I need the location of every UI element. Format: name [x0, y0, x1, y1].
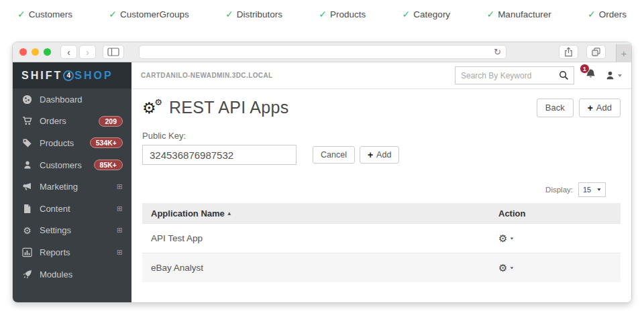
check-icon: ✓ [402, 9, 411, 19]
share-icon [564, 47, 573, 57]
count-badge: 85K+ [94, 160, 123, 170]
gears-icon: ⚙ [21, 226, 33, 235]
check-icon: ✓ [17, 9, 25, 19]
gear-icon: ⚙ [498, 263, 507, 273]
chevron-down-icon [597, 188, 600, 190]
chevron-down-icon [618, 74, 622, 77]
admin-header: CARTDANILO-NEWADMIN.3DC.LOCAL 1 [131, 62, 631, 89]
sidebar-item-customers[interactable]: Customers 85K+ [13, 154, 131, 176]
expand-icon: ⊞ [117, 226, 123, 235]
sidebar-item-products[interactable]: Products 534K+ [13, 132, 131, 154]
sidebar-item-dashboard[interactable]: Dashboard [13, 88, 131, 111]
test-status-bar: ✓ Customers ✓ CustomerGroups ✓ Distribut… [0, 0, 644, 28]
minimize-window-button[interactable] [32, 48, 39, 56]
search-icon [559, 70, 569, 80]
check-item-category: ✓ Category [402, 9, 451, 19]
address-bar[interactable]: ↻ [139, 45, 506, 59]
sidebar-item-content[interactable]: Content ⊞ [13, 198, 131, 220]
table-header: Application Name ▲ Action [142, 203, 621, 223]
public-key-buttons: Cancel +Add [313, 146, 399, 164]
search-button[interactable] [553, 67, 574, 84]
refresh-icon[interactable]: ↻ [494, 48, 501, 56]
check-item-products: ✓ Products [319, 9, 366, 19]
check-item-label: Distributors [237, 9, 282, 19]
logo-text-shift: SHIFT [21, 70, 62, 82]
breadcrumb: CARTDANILO-NEWADMIN.3DC.LOCAL [141, 72, 273, 79]
add-key-button[interactable]: +Add [360, 146, 399, 164]
table-row: eBay Analyst ⚙ [142, 253, 621, 282]
page-actions: Back +Add [537, 99, 621, 117]
page-size-select[interactable]: 15 [578, 182, 606, 197]
user-menu-button[interactable] [605, 70, 622, 80]
tags-icon [21, 138, 33, 148]
user-account-icon [605, 70, 615, 80]
browser-chrome: ‹ › ↻ + [13, 42, 631, 62]
check-item-label: Category [413, 9, 450, 19]
sidebar-item-label: Products [40, 138, 74, 148]
column-header-application-name[interactable]: Application Name ▲ [151, 208, 498, 219]
header-actions: 1 [455, 66, 622, 84]
expand-icon: ⊞ [117, 204, 123, 213]
plus-icon: + [621, 48, 627, 59]
new-tab-button[interactable]: + [616, 44, 631, 62]
page-viewport: SHIFT4SHOP Dashboard Orders 209 [13, 62, 631, 303]
check-item-distributors: ✓ Distributors [225, 9, 282, 19]
sidebar-item-label: Orders [40, 116, 66, 126]
app-name-cell: eBay Analyst [151, 263, 498, 273]
row-action-menu-button[interactable]: ⚙ [498, 263, 621, 273]
public-key-form: Public Key: Cancel +Add [142, 131, 621, 165]
logo-text-shop: SHOP [74, 70, 113, 82]
row-action-menu-button[interactable]: ⚙ [498, 233, 621, 243]
api-apps-table: Application Name ▲ Action API Test App ⚙ [142, 203, 621, 282]
gear-icon: ⚙ [498, 233, 507, 243]
sidebar-item-orders[interactable]: Orders 209 [13, 111, 131, 133]
keyword-search [455, 66, 574, 84]
share-button[interactable] [559, 45, 578, 59]
count-badge: 209 [99, 116, 123, 127]
dashboard-icon [21, 95, 33, 105]
sidebar-item-marketing[interactable]: Marketing ⊞ [13, 176, 131, 198]
notifications-button[interactable]: 1 [585, 68, 596, 82]
back-button[interactable]: Back [537, 99, 574, 117]
sidebar-toggle-icon [107, 48, 119, 56]
tabs-overview-button[interactable] [586, 45, 606, 59]
sidebar-item-label: Reports [40, 247, 70, 257]
plus-icon: + [588, 103, 593, 113]
back-nav-button[interactable]: ‹ [60, 45, 77, 59]
page-size-value: 15 [583, 186, 591, 194]
sidebar-item-settings[interactable]: ⚙ Settings ⊞ [13, 220, 131, 242]
sidebar-item-label: Content [40, 204, 70, 214]
forward-nav-button[interactable]: › [79, 45, 96, 59]
page-title: REST API Apps [169, 98, 289, 117]
sidebar-item-label: Settings [40, 225, 71, 235]
sidebar-item-label: Modules [40, 269, 72, 279]
window-controls [19, 48, 51, 56]
browser-action-buttons [559, 45, 606, 59]
shift4shop-logo[interactable]: SHIFT4SHOP [13, 62, 131, 88]
app-name-cell: API Test App [151, 233, 498, 243]
check-icon: ✓ [225, 9, 233, 19]
check-icon: ✓ [319, 9, 327, 19]
sidebar-item-label: Marketing [40, 182, 78, 192]
check-item-label: Customers [29, 9, 72, 19]
check-item-label: Orders [599, 9, 627, 19]
cancel-button[interactable]: Cancel [313, 146, 355, 164]
column-header-action: Action [498, 208, 621, 219]
public-key-input[interactable] [142, 145, 297, 165]
check-icon: ✓ [486, 9, 494, 19]
check-item-customers: ✓ Customers [17, 9, 72, 19]
admin-main: CARTDANILO-NEWADMIN.3DC.LOCAL 1 [131, 62, 631, 303]
chevron-down-icon [511, 237, 514, 239]
close-window-button[interactable] [19, 48, 27, 56]
page-title-row: ⚙⚙ REST API Apps Back +Add [142, 98, 621, 117]
add-app-button[interactable]: +Add [579, 99, 621, 117]
sidebar-item-label: Dashboard [40, 95, 83, 105]
sidebar-toggle-button[interactable] [103, 45, 124, 59]
check-item-manufacturer: ✓ Manufacturer [486, 9, 551, 19]
check-icon: ✓ [109, 9, 117, 19]
sidebar-item-modules[interactable]: Modules [13, 263, 131, 286]
display-label: Display: [545, 186, 573, 194]
sidebar-item-reports[interactable]: Reports ⊞ [13, 241, 131, 263]
search-input[interactable] [455, 71, 553, 80]
zoom-window-button[interactable] [44, 48, 51, 56]
